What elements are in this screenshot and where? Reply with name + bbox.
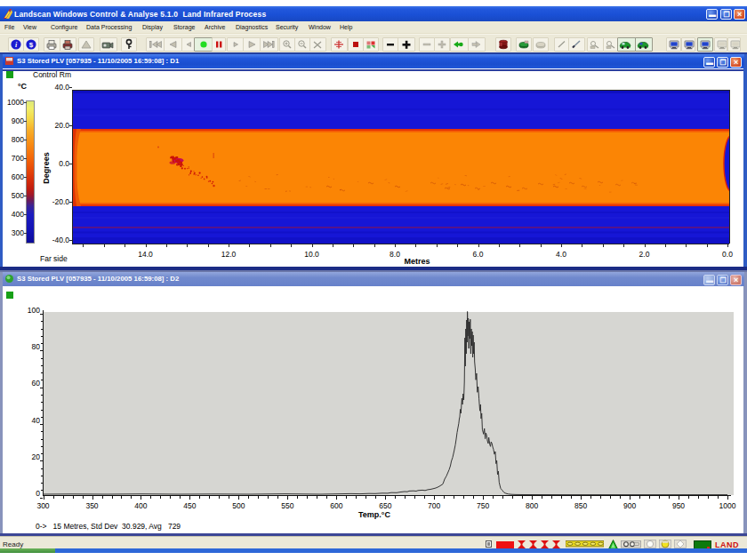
svg-text:$: $ [29, 41, 34, 49]
